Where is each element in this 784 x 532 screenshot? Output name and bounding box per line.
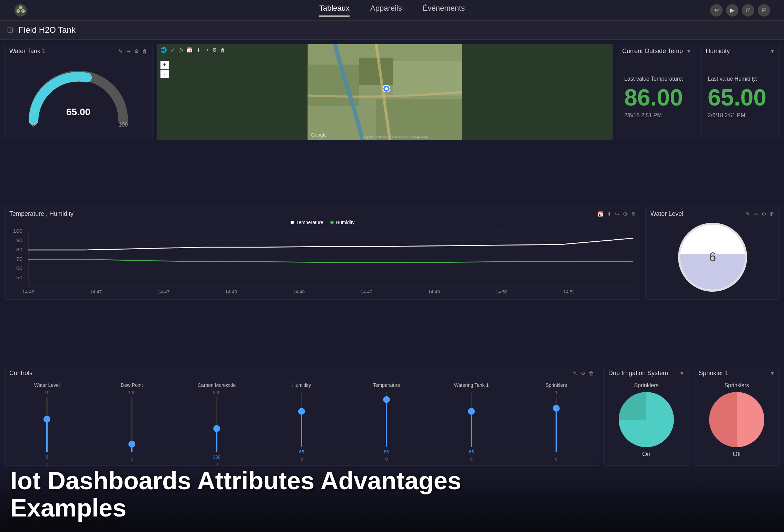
- controls-edit-icon[interactable]: ✎: [573, 370, 577, 377]
- map-header-icons: 🌐 ⤢ ◎ 📅 ⬇ ↪ ⚙ 🗑: [160, 47, 225, 53]
- chart-share-icon[interactable]: ↪: [615, 211, 619, 217]
- sprinkler1-label: Sprinklers: [724, 382, 749, 389]
- humidity-title: Humidity: [706, 48, 730, 55]
- slider-watering-track[interactable]: [471, 392, 472, 447]
- humidity-widget: Humidity ▼ Last value Humidity: 65.00 2/…: [700, 44, 780, 140]
- water-tank-widget: Water Tank 1 ✎ ↪ ⚙ 🗑 65.00 0: [4, 44, 153, 140]
- controls-delete-icon[interactable]: 🗑: [589, 370, 594, 377]
- map-globe-icon[interactable]: 🌐: [160, 47, 167, 53]
- drip-dropdown[interactable]: ▼: [679, 371, 684, 376]
- settings-icon[interactable]: ⚙: [134, 48, 139, 54]
- chart-delete-icon[interactable]: 🗑: [631, 211, 636, 217]
- controls-icons: ✎ ⚙ 🗑: [573, 370, 594, 377]
- slider-dew-thumb[interactable]: [128, 441, 135, 448]
- slider-sprinklers: Sprinklers 1 0: [521, 382, 592, 462]
- drip-header: Drip Irrigation System ▼: [604, 366, 689, 379]
- tab-appareils[interactable]: Appareils: [370, 4, 402, 17]
- tab-evenements[interactable]: Événements: [423, 4, 465, 17]
- nav-action-save[interactable]: ⊡: [742, 4, 754, 17]
- map-fullscreen-icon[interactable]: ⤢: [170, 47, 175, 53]
- slider-water-val: 6: [46, 454, 48, 460]
- chart-title: Temperature , Humidity: [9, 210, 74, 218]
- slider-sprinklers-track[interactable]: [556, 397, 557, 452]
- water-tank-icons: ✎ ↪ ⚙ 🗑: [118, 48, 147, 54]
- slider-sprinklers-fill: [556, 408, 557, 452]
- page-title: Field H2O Tank: [19, 25, 76, 35]
- sprinkler1-status: Off: [733, 451, 741, 458]
- slider-water-label: Water Level: [34, 382, 60, 388]
- drip-title: Drip Irrigation System: [608, 370, 668, 377]
- water-level-share-icon[interactable]: ↪: [754, 211, 758, 217]
- watermark-line1: Iot Dashboards Attributes Advantages: [10, 467, 774, 494]
- watermark: Iot Dashboards Attributes Advantages Exa…: [0, 460, 784, 532]
- slider-temp-track[interactable]: [386, 392, 387, 447]
- map-share-icon[interactable]: ↪: [204, 47, 209, 53]
- current-temp-widget: Current Outside Temp ▼ Last value Temper…: [617, 44, 696, 140]
- drip-irrigation-widget: Drip Irrigation System ▼ Sprinklers On: [603, 366, 689, 466]
- app-logo: [14, 3, 28, 17]
- legend-humid-dot: [330, 221, 334, 224]
- controls-settings-icon[interactable]: ⚙: [581, 370, 585, 377]
- water-level-delete-icon[interactable]: 🗑: [770, 211, 775, 217]
- slider-dew-track[interactable]: [131, 397, 133, 452]
- current-temp-value: 86.00: [624, 86, 683, 109]
- slider-water-max: 10: [45, 390, 49, 395]
- slider-water-track[interactable]: [46, 397, 48, 452]
- svg-text:14:47: 14:47: [90, 290, 102, 294]
- humidity-value-area: Last value Humidity: 65.00 2/6/18 2:51 P…: [701, 57, 780, 137]
- water-level-edit-icon[interactable]: ✎: [746, 211, 750, 217]
- slider-humidity: Humidity 65 0: [266, 382, 337, 462]
- delete-icon[interactable]: 🗑: [142, 48, 147, 54]
- share-icon[interactable]: ↪: [126, 48, 131, 54]
- sprinkler1-circle: [709, 392, 764, 447]
- slider-temp-thumb[interactable]: [383, 396, 390, 403]
- slider-watering-tank: Watering Tank 1 65 0: [436, 382, 507, 462]
- nav-action-undo[interactable]: ↩: [710, 4, 723, 17]
- water-level-header: Water Level ✎ ↪ ⚙ 🗑: [646, 207, 780, 220]
- nav-tabs: Tableaux Appareils Événements: [319, 4, 465, 17]
- map-zoom-controls: + -: [160, 61, 169, 78]
- tab-tableaux[interactable]: Tableaux: [319, 4, 350, 17]
- slider-temp-label: Temperature: [373, 382, 400, 388]
- map-calendar-icon[interactable]: 📅: [186, 47, 193, 53]
- drip-status: On: [642, 451, 650, 458]
- water-level-settings-icon[interactable]: ⚙: [762, 211, 766, 217]
- edit-icon[interactable]: ✎: [118, 48, 123, 54]
- map-zoom-out[interactable]: -: [160, 70, 169, 78]
- humidity-dropdown[interactable]: ▼: [770, 49, 775, 54]
- slider-water-thumb[interactable]: [43, 416, 50, 423]
- map-delete-icon[interactable]: 🗑: [220, 47, 225, 53]
- chart-download-icon[interactable]: ⬇: [607, 211, 611, 217]
- slider-co-fill: [216, 429, 217, 452]
- chart-calendar-icon[interactable]: 📅: [597, 211, 604, 217]
- controls-widget: Controls ✎ ⚙ 🗑 Water Level 10 6: [4, 366, 599, 466]
- svg-text:60: 60: [16, 265, 22, 271]
- sprinkler1-dropdown[interactable]: ▼: [770, 371, 775, 376]
- legend-humidity: Humidity: [330, 220, 354, 225]
- slider-humidity-track[interactable]: [301, 392, 302, 447]
- slider-watering-thumb[interactable]: [468, 408, 475, 415]
- slider-co-thumb[interactable]: [213, 425, 220, 432]
- sprinkler1-title: Sprinkler 1: [699, 370, 728, 377]
- map-download-icon[interactable]: ⬇: [196, 47, 201, 53]
- svg-text:100: 100: [119, 122, 128, 127]
- nav-action-minimize[interactable]: ⊟: [758, 4, 770, 17]
- humidity-timestamp: 2/6/18 2:51 PM: [708, 112, 745, 119]
- map-target-icon[interactable]: ◎: [178, 47, 183, 53]
- slider-humidity-thumb[interactable]: [298, 408, 305, 415]
- svg-text:90: 90: [16, 238, 22, 243]
- dashboard: Water Tank 1 ✎ ↪ ⚙ 🗑 65.00 0: [0, 40, 784, 532]
- slider-sprinklers-thumb[interactable]: [553, 405, 560, 412]
- map-zoom-in[interactable]: +: [160, 61, 169, 69]
- slider-humidity-label: Humidity: [292, 382, 311, 388]
- map-settings-icon[interactable]: ⚙: [212, 47, 217, 53]
- svg-point-1: [19, 6, 22, 9]
- nav-action-play[interactable]: ▶: [726, 4, 738, 17]
- svg-text:0: 0: [32, 122, 35, 127]
- slider-co-track[interactable]: [216, 397, 217, 452]
- chart-widget: Temperature , Humidity 📅 ⬇ ↪ ⚙ 🗑 Tempera…: [4, 207, 641, 300]
- current-temp-dropdown[interactable]: ▼: [686, 49, 691, 54]
- slider-sprinklers-max: 1: [555, 390, 557, 395]
- chart-settings-icon[interactable]: ⚙: [623, 211, 627, 217]
- sub-header: ⊞ Field H2O Tank: [0, 21, 784, 40]
